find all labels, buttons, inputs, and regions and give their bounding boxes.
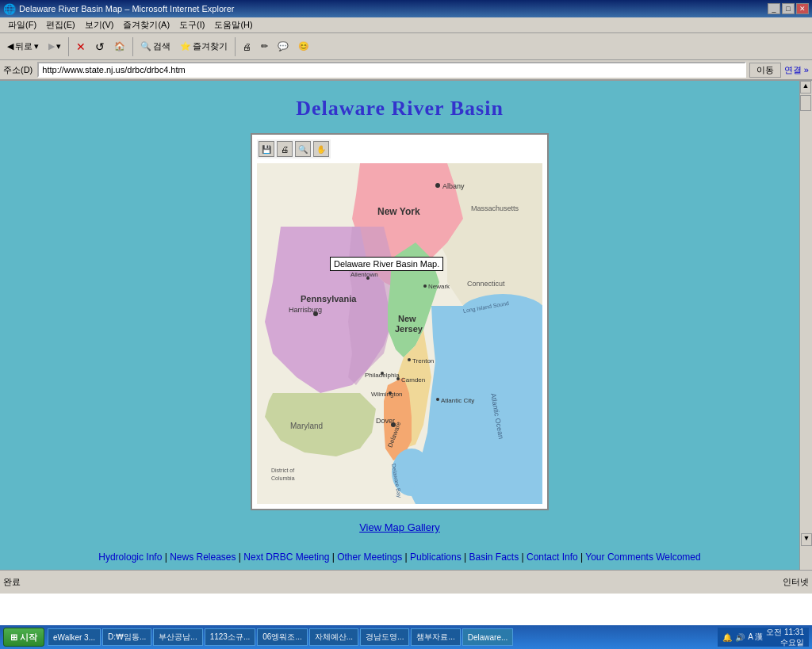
scroll-up[interactable]: ▲ — [800, 81, 811, 94]
map-container: 💾 🖨 🔍 ✋ — [251, 133, 549, 510]
menu-file[interactable]: 파일(F) — [3, 19, 41, 31]
print-icon: 🖨 — [243, 42, 251, 52]
stop-icon: ✕ — [76, 40, 86, 53]
taskbar-app-6[interactable]: 경남도영... — [360, 628, 409, 646]
svg-text:New York: New York — [377, 206, 420, 217]
maximize-button[interactable]: □ — [782, 3, 795, 14]
scroll-thumb[interactable] — [800, 95, 811, 111]
taskbar-app-8[interactable]: Delaware... — [462, 628, 514, 646]
taskbar-app-1[interactable]: D:₩임동... — [102, 628, 151, 646]
favorites-button[interactable]: ⭐ 즐겨찾기 — [176, 36, 232, 57]
links-label[interactable]: 연결 » — [784, 64, 809, 76]
svg-text:Pennsylvania: Pennsylvania — [301, 294, 357, 304]
status-bar: 완료 인터넷 — [0, 570, 812, 594]
edit-icon: ✏ — [261, 41, 268, 52]
minimize-button[interactable]: _ — [768, 3, 780, 14]
menu-bar: 파일(F) 편집(E) 보기(V) 즐겨찾기(A) 도구(I) 도움말(H) — [0, 17, 812, 33]
svg-text:Trenton: Trenton — [412, 357, 434, 365]
svg-text:New: New — [398, 314, 416, 323]
menu-tools[interactable]: 도구(I) — [174, 19, 209, 31]
search-button[interactable]: 🔍 검색 — [136, 36, 174, 57]
your-comments-link[interactable]: Your Comments Welcomed — [585, 552, 700, 563]
taskbar-app-3[interactable]: 1123소규... — [205, 628, 256, 646]
go-button[interactable]: 이동 — [749, 63, 781, 78]
map-tool-save[interactable]: 💾 — [259, 141, 274, 157]
search-icon: 🔍 — [140, 41, 151, 52]
tray-icon-notification: 🔔 — [722, 633, 732, 642]
messenger-icon: 😊 — [298, 41, 309, 52]
separator2 — [132, 37, 133, 56]
back-icon: ◀ — [7, 41, 13, 52]
other-meetings-link[interactable]: Other Meetings — [337, 552, 402, 563]
svg-text:Connecticut: Connecticut — [467, 280, 505, 288]
scrollbar[interactable]: ▲ ▼ — [799, 81, 812, 570]
svg-text:Massachusetts: Massachusetts — [471, 204, 519, 212]
home-button[interactable]: 🏠 — [110, 36, 129, 57]
svg-text:Dover: Dover — [376, 417, 395, 425]
map-toolbar: 💾 🖨 🔍 ✋ — [257, 139, 331, 158]
taskbar-app-0[interactable]: eWalker 3... — [48, 628, 101, 646]
map-svg-container[interactable]: New York Pennsylvania New Jersey Albany … — [257, 163, 542, 504]
svg-point-24 — [423, 284, 427, 288]
publications-link[interactable]: Publications — [410, 552, 462, 563]
refresh-button[interactable]: ↺ — [91, 36, 109, 57]
taskbar-app-4[interactable]: 06엥워조... — [257, 628, 307, 646]
browser-icon: 🌐 — [3, 3, 16, 15]
discuss-button[interactable]: 💬 — [274, 36, 293, 57]
svg-point-19 — [435, 183, 440, 188]
svg-text:Harrisburg: Harrisburg — [289, 306, 322, 314]
contact-info-link[interactable]: Contact Info — [527, 552, 578, 563]
internet-zone: 인터넷 — [783, 576, 809, 588]
svg-text:Wilmington: Wilmington — [371, 391, 403, 398]
news-releases-link[interactable]: News Releases — [170, 552, 236, 563]
taskbar-app-7[interactable]: 챔부자료... — [411, 628, 460, 646]
status-text: 완료 — [3, 576, 783, 588]
svg-text:Jersey: Jersey — [395, 324, 423, 334]
messenger-button[interactable]: 😊 — [294, 36, 313, 57]
menu-favorites[interactable]: 즐겨찾기(A) — [118, 19, 174, 31]
svg-text:Columbia: Columbia — [271, 475, 295, 481]
hydrologic-info-link[interactable]: Hydrologic Info — [98, 552, 162, 563]
taskbar-app-2[interactable]: 부산공남... — [153, 628, 202, 646]
svg-text:District of: District of — [271, 468, 294, 473]
close-button[interactable]: ✕ — [796, 3, 809, 14]
taskbar-app-5[interactable]: 자체예산... — [309, 628, 358, 646]
print-button[interactable]: 🖨 — [239, 36, 255, 57]
menu-view[interactable]: 보기(V) — [80, 19, 119, 31]
taskbar: ⊞ 시작 eWalker 3... D:₩임동... 부산공남... 1123소… — [0, 625, 812, 649]
map-tool-zoom[interactable]: 🔍 — [295, 141, 311, 157]
separator3 — [235, 37, 236, 56]
toolbar: ◀ 뒤로 ▾ ▶ ▾ ✕ ↺ 🏠 🔍 검색 ⭐ 즐겨찾기 🖨 ✏ 💬 😊 — [0, 33, 812, 60]
forward-button[interactable]: ▶ ▾ — [44, 36, 65, 57]
basin-facts-link[interactable]: Basin Facts — [469, 552, 519, 563]
start-button[interactable]: ⊞ 시작 — [3, 628, 44, 647]
browser-content: Delaware River Basin 💾 🖨 🔍 ✋ — [0, 81, 812, 570]
map-tool-print[interactable]: 🖨 — [277, 141, 293, 157]
page-title: Delaware River Basin — [16, 97, 783, 120]
stop-button[interactable]: ✕ — [72, 36, 90, 57]
main-content: Delaware River Basin 💾 🖨 🔍 ✋ — [0, 81, 799, 570]
forward-icon: ▶ — [48, 41, 55, 52]
separator — [68, 37, 69, 56]
taskbar-apps: eWalker 3... D:₩임동... 부산공남... 1123소규... … — [48, 628, 718, 646]
window-title: Delaware River Basin Map – Microsoft Int… — [19, 4, 234, 13]
nav-links: Hydrologic Info | News Releases | Next D… — [16, 549, 783, 567]
menu-help[interactable]: 도움말(H) — [209, 19, 257, 31]
system-clock: 오전 11:31 수요일 — [766, 627, 804, 647]
address-bar: 주소(D) 이동 연결 » — [0, 60, 812, 81]
next-drbc-link[interactable]: Next DRBC Meeting — [243, 552, 329, 563]
svg-text:Camden: Camden — [401, 376, 425, 384]
back-button[interactable]: ◀ 뒤로 ▾ — [3, 36, 43, 57]
view-map-gallery-link[interactable]: View Map Gallery — [16, 521, 783, 533]
svg-text:Albany: Albany — [442, 182, 465, 190]
svg-text:Allentown: Allentown — [350, 271, 378, 278]
window-controls[interactable]: _ □ ✕ — [768, 3, 809, 14]
menu-edit[interactable]: 편집(E) — [41, 19, 80, 31]
map-tool-pan[interactable]: ✋ — [313, 141, 329, 157]
svg-text:Newark: Newark — [428, 283, 450, 290]
discuss-icon: 💬 — [278, 41, 289, 52]
edit-button[interactable]: ✏ — [257, 36, 272, 57]
address-input[interactable] — [37, 62, 746, 78]
scroll-down[interactable]: ▼ — [801, 533, 812, 546]
map-tooltip: Delaware River Basin Map. — [330, 257, 443, 271]
